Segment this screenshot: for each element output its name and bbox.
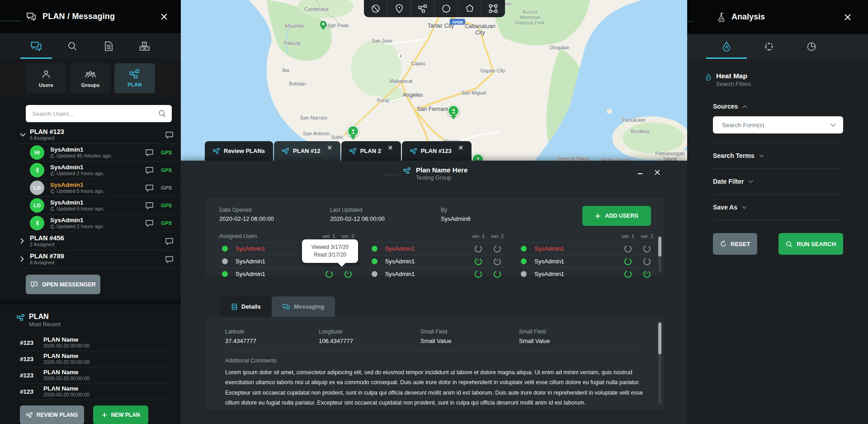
tab-polygon-select-icon[interactable]	[760, 34, 778, 59]
map-user-marker[interactable]	[448, 105, 459, 117]
tab-messaging[interactable]: Messaging	[272, 296, 335, 317]
chat-icon[interactable]	[145, 149, 154, 156]
user-row[interactable]: LO SysAdmin1 Updated 5 hours ago. GPS	[20, 179, 181, 197]
close-tab-icon[interactable]: ✕	[458, 144, 463, 151]
close-tab-icon[interactable]: ✕	[388, 144, 393, 151]
ver1-status-icon[interactable]	[326, 271, 333, 278]
filter-save-as[interactable]: Save As	[713, 204, 843, 211]
tab-plan-2[interactable]: PLAN 2 ✕	[341, 141, 401, 161]
add-users-button[interactable]: ADD USERS	[582, 206, 651, 226]
plan-mode-button[interactable]: PLAN	[114, 63, 155, 93]
ver2-status-icon[interactable]	[643, 245, 651, 252]
user-row[interactable]: SysAdmin1 Updated 2 hours ago. GPS	[20, 214, 181, 232]
ver1-status-icon[interactable]	[624, 245, 632, 252]
close-icon[interactable]	[844, 13, 852, 21]
ver1-status-icon[interactable]	[475, 258, 482, 265]
map-user-marker[interactable]	[347, 125, 359, 137]
recent-plan-row[interactable]: #123 PLAN Name 2020-03-20 00:00:00	[20, 367, 172, 384]
user-row[interactable]: HI SysAdmin1 Updated 45 minutes ago. GPS	[20, 144, 181, 162]
ver1-status-icon[interactable]	[624, 271, 632, 278]
new-plan-button[interactable]: NEW PLAN	[93, 405, 148, 424]
chat-icon[interactable]	[165, 238, 174, 245]
gps-badge[interactable]: GPS	[161, 203, 174, 208]
ver1-status-icon[interactable]	[475, 245, 482, 252]
chat-icon[interactable]	[165, 131, 174, 138]
filter-date-filter[interactable]: Date Filter	[713, 178, 843, 185]
assigned-user-row[interactable]: SysAdmin1	[518, 242, 656, 255]
open-messenger-button[interactable]: OPEN MESSENGER	[26, 275, 100, 294]
poi-pin-icon	[320, 21, 327, 30]
search-input[interactable]	[32, 110, 158, 117]
close-icon[interactable]	[160, 13, 168, 21]
ban-tool-icon[interactable]	[364, 0, 387, 17]
ver2-status-icon[interactable]	[643, 271, 651, 278]
sources-select[interactable]: Search Form(s)	[713, 116, 843, 133]
circle-tool-icon[interactable]	[434, 0, 458, 17]
ver2-status-icon[interactable]	[643, 258, 651, 265]
button-label: RESET	[731, 241, 750, 248]
user-row[interactable]: SysAdmin1 Updated 2 hours ago. GPS	[20, 162, 181, 179]
tab-messaging-icon[interactable]	[18, 33, 54, 59]
filter-search-terms[interactable]: Search Terms	[713, 152, 843, 159]
polygon-tool-icon[interactable]	[458, 0, 481, 17]
chat-icon[interactable]	[165, 256, 174, 263]
users-mode-button[interactable]: Users	[26, 63, 66, 93]
assigned-user-row[interactable]: SysAdmin1	[369, 255, 507, 267]
pin-tool-icon[interactable]	[387, 0, 411, 17]
groups-mode-button[interactable]: Groups	[70, 63, 111, 93]
ver2-status-icon[interactable]	[494, 245, 501, 252]
user-row[interactable]: LO SysAdmin1 Updated 6 hours ago. GPS	[20, 197, 181, 214]
close-icon[interactable]	[654, 169, 661, 176]
ver2-status-icon[interactable]	[344, 271, 352, 278]
gps-badge[interactable]: GPS	[161, 220, 174, 226]
chat-icon[interactable]	[145, 184, 154, 191]
minimize-icon[interactable]	[637, 169, 644, 176]
gps-badge[interactable]: GPS	[161, 150, 174, 155]
plan-group-456[interactable]: PLAN #456 2 Assigned	[20, 232, 181, 250]
ver2-status-icon[interactable]	[494, 271, 501, 278]
assigned-user-row[interactable]: SysAdmin1	[369, 242, 507, 255]
scrollbar-thumb[interactable]	[658, 323, 661, 354]
filter-sources[interactable]: Sources	[713, 103, 843, 110]
list-icon	[231, 304, 237, 310]
scrollbar-thumb[interactable]	[658, 237, 661, 257]
select-tool-icon[interactable]	[481, 0, 505, 17]
recent-plan-row[interactable]: #123 PLAN Name 2020-03-20 00:00:00	[20, 351, 172, 367]
tab-review-plans[interactable]: Review PLANs	[205, 141, 273, 161]
tab-plan-123[interactable]: PLAN #123 ✕	[402, 141, 472, 161]
scrollbar[interactable]	[658, 321, 661, 404]
tab-archive-icon[interactable]	[127, 33, 163, 59]
recent-plan-row[interactable]: #123 PLAN Name 2020-03-20 00:00:00	[20, 384, 172, 400]
tab-pie-chart-icon[interactable]	[802, 34, 821, 59]
tab-details[interactable]: Details	[221, 296, 272, 317]
map[interactable]: Candelaria Masinloc High Peak Palauig Sa…	[181, 0, 687, 163]
ver1-status-icon[interactable]	[475, 271, 482, 278]
tab-plan-12[interactable]: PLAN #12 ✕	[274, 141, 340, 161]
plan-tool-icon[interactable]	[411, 0, 434, 17]
tab-search-icon[interactable]	[54, 33, 90, 59]
review-plans-button[interactable]: REVIEW PLANS	[20, 405, 84, 424]
flask-icon	[717, 12, 726, 22]
recent-plan-row[interactable]: #123 PLAN Name 2020-03-20 00:00:00	[20, 335, 172, 351]
scrollbar[interactable]	[658, 236, 661, 272]
gps-badge[interactable]: GPS	[161, 185, 174, 191]
plan-group-123[interactable]: PLAN #123 5 Assigned	[20, 126, 181, 144]
ver2-status-icon[interactable]	[494, 258, 501, 265]
plan-group-789[interactable]: PLAN #789 8 Assigned	[20, 250, 181, 268]
assigned-user-row[interactable]: SysAdmin1	[219, 267, 358, 280]
assigned-user-row[interactable]: SysAdmin1	[518, 267, 656, 280]
run-search-button[interactable]: RUN SEARCH	[778, 233, 843, 255]
search-box[interactable]	[26, 105, 172, 122]
tab-heatmap-icon[interactable]	[717, 34, 736, 59]
reset-button[interactable]: RESET	[713, 233, 757, 255]
tab-document-icon[interactable]	[90, 33, 127, 59]
chat-icon[interactable]	[145, 167, 154, 174]
chat-icon[interactable]	[145, 202, 154, 209]
assigned-user-row[interactable]: SysAdmin1	[369, 267, 507, 280]
chat-icon[interactable]	[145, 219, 154, 227]
assigned-user-row[interactable]: SysAdmin1	[518, 255, 656, 267]
search-icon[interactable]	[158, 110, 166, 118]
close-tab-icon[interactable]: ✕	[327, 144, 332, 151]
ver1-status-icon[interactable]	[624, 258, 632, 265]
gps-badge[interactable]: GPS	[161, 167, 174, 173]
